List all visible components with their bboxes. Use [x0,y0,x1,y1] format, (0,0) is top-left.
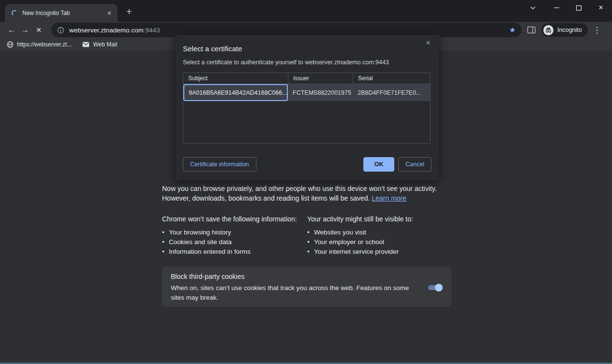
visible-to-column: Your activity might still be visible to:… [307,215,452,257]
bookmark-label: Web Mail [93,41,117,48]
list-item: •Information entered in forms [162,247,307,257]
side-panel-icon[interactable] [527,27,536,33]
url-port: :9443 [144,27,160,34]
certificate-information-button[interactable]: Certificate information [183,157,256,172]
dialog-title: Select a certificate [183,44,242,53]
stop-loading-button[interactable]: × [32,25,45,35]
list-item-text: Your browsing history [169,228,231,237]
bookmark-label: https://webserver.zt... [17,41,72,48]
url-host: webserver.ztnademo.com [69,27,144,34]
block-cookies-title: Block third-party cookies [171,273,443,280]
bookmark-star-icon[interactable]: ★ [509,26,516,34]
toggle-thumb [435,284,443,291]
bullet-icon: • [162,228,169,237]
list-item-text: Websites you visit [314,228,366,237]
incognito-label: Incognito [557,27,582,33]
window-close-icon: × [598,3,603,12]
list-item-text: Your internet service provider [314,247,399,257]
bookmark-webmail[interactable]: Web Mail [82,41,117,48]
maximize-button[interactable] [567,0,590,15]
wont-save-list: •Your browsing history •Cookies and site… [162,228,307,257]
page-info-icon[interactable] [57,27,64,34]
tab-title: New Incognito Tab [22,10,105,16]
dialog-subtitle: Select a certificate to authenticate you… [183,59,389,66]
certificate-table-header: Subject Issuer Serial [183,73,430,84]
bullet-icon: • [307,237,314,247]
tab-close-button[interactable]: × [105,9,114,17]
list-item: •Your browsing history [162,228,307,237]
block-cookies-toggle[interactable] [428,285,442,290]
globe-icon [7,41,14,48]
list-item: •Your employer or school [307,237,452,247]
mail-icon [82,42,90,47]
minimize-button[interactable] [545,0,567,15]
column-header-issuer: Issuer [288,73,353,84]
forward-button[interactable]: → [18,25,32,35]
cert-subject-cell[interactable]: 9A016B5A6E914B42AD4168C066... [183,84,288,101]
tab-new-incognito[interactable]: New Incognito Tab × [5,4,118,22]
incognito-intro-text: Now you can browse privately, and other … [162,184,442,203]
loading-spinner-icon [11,10,18,16]
bullet-icon: • [162,247,169,257]
wont-save-column: Chrome won’t save the following informat… [162,215,307,257]
new-tab-button[interactable]: + [123,6,135,18]
ok-button[interactable]: OK [363,157,394,172]
visible-to-heading: Your activity might still be visible to: [307,215,452,223]
window-close-button[interactable]: × [590,0,612,15]
block-cookies-description: When on, sites can’t use cookies that tr… [171,283,418,303]
list-item-text: Cookies and site data [169,237,232,247]
browser-menu-button[interactable]: ⋮ [593,25,601,35]
wont-save-heading: Chrome won’t save the following informat… [162,215,307,223]
cert-issuer-cell[interactable]: FCTEMS8822001975 [288,84,353,101]
incognito-badge: Incognito [541,23,588,37]
list-item-text: Information entered in forms [169,247,251,257]
certificate-table: Subject Issuer Serial 9A016B5A6E914B42AD… [183,73,431,144]
block-cookies-card: Block third-party cookies When on, sites… [162,266,451,307]
bullet-icon: • [162,237,169,247]
dialog-buttons: Certificate information OK Cancel [183,157,432,172]
browser-window: New Incognito Tab × + × ← → × [0,0,612,364]
select-certificate-dialog: × Select a certificate Select a certific… [175,35,439,180]
column-header-subject: Subject [183,73,288,84]
learn-more-link[interactable]: Learn more [372,194,406,202]
url-text: webserver.ztnademo.com:9443 [69,27,160,34]
column-header-serial: Serial [353,73,430,84]
list-item-text: Your employer or school [314,237,384,247]
visible-to-list: •Websites you visit •Your employer or sc… [307,228,452,257]
dialog-close-icon[interactable]: × [423,38,433,48]
tab-search-chevron-icon[interactable] [524,0,541,15]
certificate-row-selected[interactable]: 9A016B5A6E914B42AD4168C066... FCTEMS8822… [183,84,430,101]
incognito-info-columns: Chrome won’t save the following informat… [162,215,452,257]
window-controls: × [524,0,612,15]
bullet-icon: • [307,228,314,237]
bullet-icon: • [307,247,314,257]
incognito-icon [543,25,553,35]
back-button[interactable]: ← [5,25,18,35]
cert-serial-cell[interactable]: 2B8D4FF0E71FE7E0... [353,84,430,101]
list-item: •Cookies and site data [162,237,307,247]
tab-strip: New Incognito Tab × + × [0,0,612,22]
list-item: •Websites you visit [307,228,452,237]
bookmark-webserver[interactable]: https://webserver.zt... [7,41,72,48]
list-item: •Your internet service provider [307,247,452,257]
cancel-button[interactable]: Cancel [398,157,432,172]
